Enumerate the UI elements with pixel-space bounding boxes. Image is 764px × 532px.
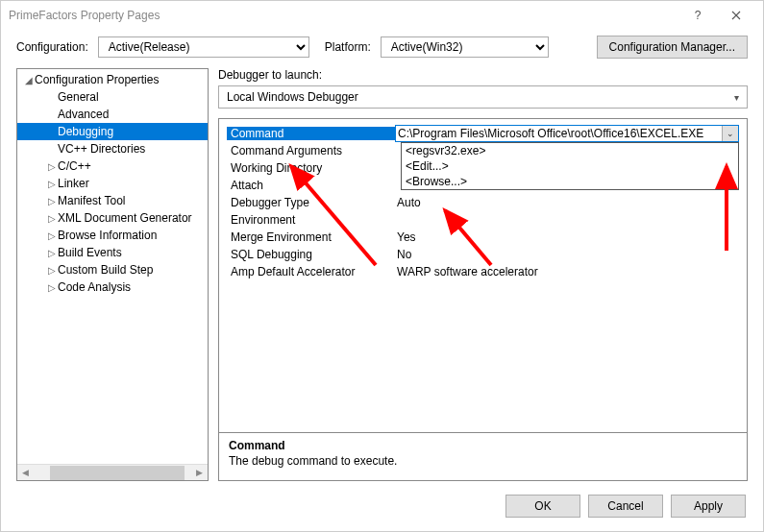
ok-button[interactable]: OK xyxy=(505,495,580,518)
nav-tree[interactable]: ◢Configuration PropertiesGeneralAdvanced… xyxy=(16,68,209,481)
tree-root[interactable]: ◢Configuration Properties xyxy=(17,71,208,88)
window-title: PrimeFactors Property Pages xyxy=(9,9,678,22)
close-icon xyxy=(731,11,741,20)
debugger-launch-select[interactable]: Local Windows Debugger ▾ xyxy=(218,85,748,109)
tree-item-browse-information[interactable]: ▷Browse Information xyxy=(17,227,208,244)
description-panel: Command The debug command to execute. xyxy=(218,433,748,481)
property-grid[interactable]: CommandC:\Program Files\Microsoft Office… xyxy=(218,118,748,433)
dropdown-option[interactable]: <regsvr32.exe> xyxy=(402,143,738,158)
grid-row-command[interactable]: CommandC:\Program Files\Microsoft Office… xyxy=(227,125,739,142)
configuration-manager-button[interactable]: Configuration Manager... xyxy=(597,36,748,59)
title-bar: PrimeFactors Property Pages ? xyxy=(1,1,763,30)
grid-row-sql-debugging[interactable]: SQL DebuggingNo xyxy=(227,246,739,263)
configuration-label: Configuration: xyxy=(16,40,88,54)
help-button[interactable]: ? xyxy=(678,2,717,29)
tree-item-debugging[interactable]: Debugging xyxy=(17,123,208,140)
apply-button[interactable]: Apply xyxy=(671,495,746,518)
tree-item-general[interactable]: General xyxy=(17,88,208,106)
grid-row-debugger-type[interactable]: Debugger TypeAuto xyxy=(227,194,739,211)
grid-row-amp-default-accelerator[interactable]: Amp Default AcceleratorWARP software acc… xyxy=(227,263,739,280)
dialog-footer: OK Cancel Apply xyxy=(1,481,763,531)
tree-item-advanced[interactable]: Advanced xyxy=(17,106,208,123)
tree-scrollbar[interactable]: ◀ ▶ xyxy=(17,464,208,480)
grid-row-merge-environment[interactable]: Merge EnvironmentYes xyxy=(227,229,739,246)
debugger-launch-label: Debugger to launch: xyxy=(218,68,748,82)
dropdown-option[interactable]: <Edit...> xyxy=(402,158,738,174)
config-row: Configuration: Active(Release) Platform:… xyxy=(1,30,763,68)
dropdown-option[interactable]: <Browse...> xyxy=(402,174,738,189)
description-title: Command xyxy=(229,439,737,452)
chevron-down-icon: ▾ xyxy=(734,92,739,103)
tree-item-vc-directories[interactable]: VC++ Directories xyxy=(17,140,208,157)
close-button[interactable] xyxy=(717,2,755,29)
platform-select[interactable]: Active(Win32) xyxy=(381,36,549,58)
tree-item-linker[interactable]: ▷Linker xyxy=(17,175,208,192)
platform-label: Platform: xyxy=(325,40,371,54)
tree-item-build-events[interactable]: ▷Build Events xyxy=(17,244,208,261)
configuration-select[interactable]: Active(Release) xyxy=(98,36,309,58)
grid-row-environment[interactable]: Environment xyxy=(227,211,739,229)
tree-item-code-analysis[interactable]: ▷Code Analysis xyxy=(17,278,208,296)
command-dropdown[interactable]: <regsvr32.exe><Edit...><Browse...> xyxy=(401,142,739,190)
cancel-button[interactable]: Cancel xyxy=(588,495,663,518)
tree-item-custom-build-step[interactable]: ▷Custom Build Step xyxy=(17,261,208,278)
tree-item-xml-document-generator[interactable]: ▷XML Document Generator xyxy=(17,209,208,227)
tree-item-c-c-[interactable]: ▷C/C++ xyxy=(17,157,208,175)
chevron-down-icon[interactable]: ⌄ xyxy=(722,126,738,141)
tree-item-manifest-tool[interactable]: ▷Manifest Tool xyxy=(17,192,208,209)
description-text: The debug command to execute. xyxy=(229,454,737,468)
